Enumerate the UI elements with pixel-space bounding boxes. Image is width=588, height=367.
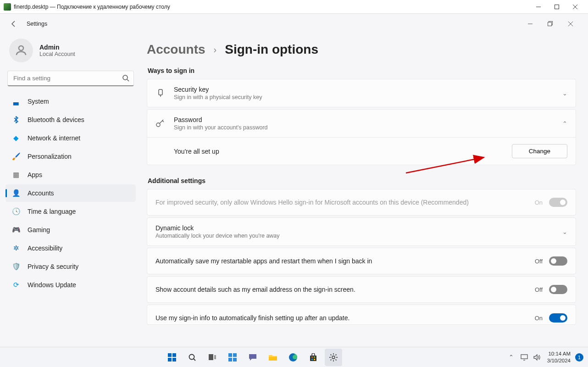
windows-hello-label: For improved security, only allow Window… bbox=[155, 199, 528, 206]
taskbar-search[interactable] bbox=[183, 349, 201, 366]
breadcrumb-accounts[interactable]: Accounts bbox=[147, 42, 205, 57]
account-details-state: Off bbox=[535, 286, 543, 293]
tray-time: 10:14 AM bbox=[547, 350, 571, 357]
svg-rect-10 bbox=[172, 353, 176, 357]
nav-accounts[interactable]: 👤Accounts bbox=[6, 184, 136, 202]
settings-caption-bar: Settings bbox=[0, 14, 588, 34]
svg-rect-19 bbox=[233, 358, 237, 361]
main-content: Accounts › Sign-in options Ways to sign … bbox=[141, 34, 588, 347]
svg-rect-0 bbox=[555, 5, 559, 9]
minimize-button[interactable] bbox=[529, 0, 548, 13]
nav-time-language[interactable]: 🕓Time & language bbox=[6, 203, 136, 220]
svg-rect-17 bbox=[233, 353, 237, 357]
svg-rect-22 bbox=[310, 356, 316, 361]
svg-rect-14 bbox=[209, 354, 213, 360]
svg-point-4 bbox=[123, 75, 128, 80]
nav-list: ▃System Bluetooth & devices ◆Network & i… bbox=[4, 93, 138, 294]
security-key-row[interactable]: Security key Sign in with a physical sec… bbox=[147, 79, 576, 107]
taskbar: ⌃ 10:14 AM 3/10/2024 1 bbox=[0, 347, 588, 367]
svg-rect-25 bbox=[311, 359, 313, 360]
settings-restore-button[interactable] bbox=[540, 17, 560, 31]
notification-badge[interactable]: 1 bbox=[575, 353, 583, 361]
microsoft-store[interactable] bbox=[305, 349, 322, 366]
nav-windows-update[interactable]: ⟳Windows Update bbox=[6, 276, 136, 294]
password-title: Password bbox=[174, 116, 554, 123]
finish-setup-state: On bbox=[535, 315, 543, 322]
accessibility-icon: ✲ bbox=[12, 244, 20, 252]
svg-point-3 bbox=[19, 46, 23, 50]
tray-date: 3/10/2024 bbox=[547, 357, 571, 364]
tray-display-icon[interactable] bbox=[519, 350, 530, 364]
chevron-up-icon: ⌃ bbox=[562, 120, 567, 127]
brush-icon: 🖌️ bbox=[12, 152, 20, 161]
svg-rect-24 bbox=[314, 356, 315, 358]
nav-personalization[interactable]: 🖌️Personalization bbox=[6, 148, 136, 165]
dynamic-lock-row[interactable]: Dynamic lock Automatically lock your dev… bbox=[147, 218, 576, 245]
restart-apps-toggle[interactable] bbox=[549, 256, 567, 266]
windows-hello-row: For improved security, only allow Window… bbox=[147, 189, 576, 215]
file-explorer[interactable] bbox=[264, 349, 282, 366]
search-box bbox=[7, 71, 134, 86]
back-button[interactable] bbox=[7, 17, 20, 30]
profile-name: Admin bbox=[39, 44, 75, 51]
nav-accessibility[interactable]: ✲Accessibility bbox=[6, 239, 136, 257]
page-title: Sign-in options bbox=[225, 42, 318, 57]
settings-taskbar[interactable] bbox=[325, 349, 342, 366]
dynamic-lock-title: Dynamic lock bbox=[155, 224, 554, 232]
widgets[interactable] bbox=[224, 349, 241, 366]
settings-minimize-button[interactable] bbox=[520, 17, 540, 31]
restart-apps-row: Automatically save my restartable apps a… bbox=[147, 248, 576, 274]
windows-hello-toggle bbox=[549, 198, 567, 207]
maximize-button[interactable] bbox=[548, 0, 566, 13]
svg-point-13 bbox=[189, 354, 194, 359]
tray-clock[interactable]: 10:14 AM 3/10/2024 bbox=[544, 350, 573, 364]
chevron-down-icon: ⌄ bbox=[562, 90, 567, 97]
tray-volume-icon[interactable] bbox=[532, 350, 543, 364]
network-icon: ◆ bbox=[12, 134, 20, 142]
close-button[interactable] bbox=[566, 0, 584, 13]
shield-icon: 🛡️ bbox=[12, 262, 20, 271]
password-status: You're all set up bbox=[174, 148, 512, 155]
svg-rect-23 bbox=[311, 356, 313, 358]
chevron-down-icon: ⌄ bbox=[562, 228, 567, 235]
nav-network[interactable]: ◆Network & internet bbox=[6, 129, 136, 147]
password-card: Password Sign in with your account's pas… bbox=[147, 109, 576, 165]
tray-overflow[interactable]: ⌃ bbox=[506, 350, 517, 364]
svg-rect-16 bbox=[228, 353, 232, 357]
svg-rect-11 bbox=[168, 358, 172, 361]
account-details-toggle[interactable] bbox=[549, 285, 567, 294]
settings-app-title: Settings bbox=[27, 21, 47, 27]
change-password-button[interactable]: Change bbox=[512, 144, 567, 158]
password-expanded: You're all set up Change bbox=[147, 137, 576, 165]
breadcrumb: Accounts › Sign-in options bbox=[147, 42, 576, 57]
settings-close-button[interactable] bbox=[560, 17, 581, 31]
svg-rect-28 bbox=[521, 355, 527, 359]
finish-setup-toggle[interactable] bbox=[549, 313, 567, 323]
finish-setup-row: Use my sign-in info to automatically fin… bbox=[147, 305, 576, 324]
bluetooth-icon bbox=[12, 116, 20, 124]
gaming-icon: 🎮 bbox=[12, 226, 20, 234]
nav-bluetooth[interactable]: Bluetooth & devices bbox=[6, 111, 136, 128]
search-input[interactable] bbox=[7, 71, 134, 86]
chevron-right-icon: › bbox=[214, 44, 217, 55]
rdp-app-icon bbox=[4, 3, 11, 11]
globe-clock-icon: 🕓 bbox=[12, 207, 20, 216]
start-button[interactable] bbox=[163, 349, 181, 366]
restart-apps-card: Automatically save my restartable apps a… bbox=[147, 248, 576, 274]
security-key-sub: Sign in with a physical security key bbox=[174, 94, 554, 100]
nav-privacy[interactable]: 🛡️Privacy & security bbox=[6, 258, 136, 275]
nav-system[interactable]: ▃System bbox=[6, 93, 136, 110]
password-row[interactable]: Password Sign in with your account's pas… bbox=[147, 110, 576, 137]
svg-rect-18 bbox=[228, 358, 232, 361]
nav-gaming[interactable]: 🎮Gaming bbox=[6, 221, 136, 239]
edge-browser[interactable] bbox=[284, 349, 302, 366]
task-view[interactable] bbox=[204, 349, 221, 366]
profile-block[interactable]: Admin Local Account bbox=[4, 34, 138, 71]
finish-setup-card: Use my sign-in info to automatically fin… bbox=[147, 305, 576, 325]
nav-apps[interactable]: ▦Apps bbox=[6, 166, 136, 184]
dynamic-lock-sub: Automatically lock your device when you'… bbox=[155, 233, 554, 239]
chat[interactable] bbox=[244, 349, 261, 366]
svg-rect-5 bbox=[159, 89, 162, 95]
svg-rect-26 bbox=[314, 359, 315, 360]
finish-setup-label: Use my sign-in info to automatically fin… bbox=[155, 314, 528, 322]
